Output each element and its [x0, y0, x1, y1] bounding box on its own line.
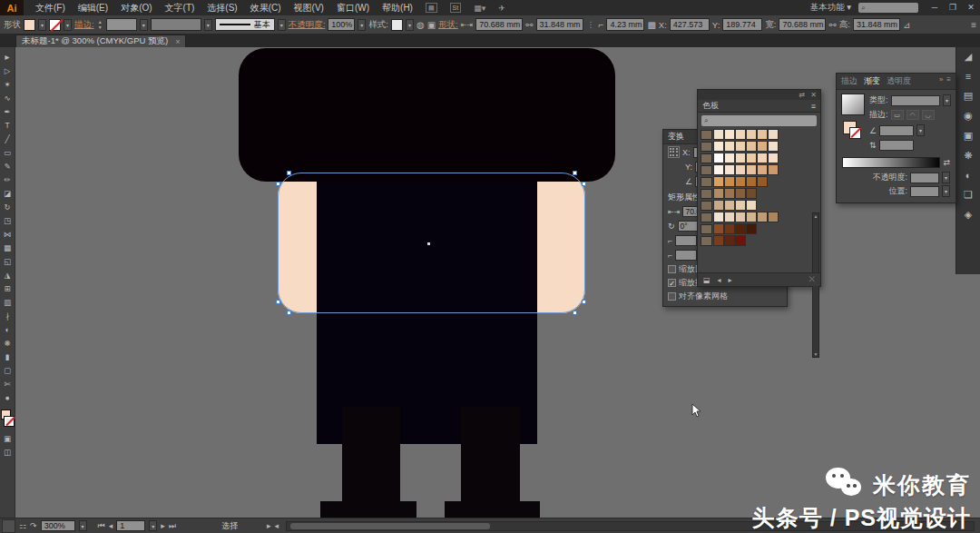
stroke-proxy-swatch[interactable]: [5, 417, 14, 426]
selection-tool-icon[interactable]: ►: [1, 50, 15, 64]
checkbox[interactable]: ✓: [668, 279, 676, 287]
color-swatch[interactable]: [757, 176, 768, 187]
line-segment-tool-icon[interactable]: ╱: [1, 132, 15, 145]
screen-mode-icon[interactable]: ◫: [1, 445, 15, 459]
color-swatch[interactable]: [713, 188, 724, 199]
color-group-folder-icon[interactable]: [701, 212, 712, 222]
lasso-tool-icon[interactable]: ∿: [1, 91, 15, 104]
panel-menu-icon[interactable]: ≡: [811, 102, 816, 111]
color-group-folder-icon[interactable]: [701, 236, 712, 246]
color-swatch[interactable]: [757, 153, 768, 163]
close-button[interactable]: ✕: [962, 0, 980, 15]
zoom-dropdown[interactable]: ▾: [79, 520, 87, 531]
artboard-number-field[interactable]: 1: [116, 520, 145, 531]
share-icon[interactable]: ✈: [498, 4, 505, 13]
color-group-folder-icon[interactable]: [701, 177, 712, 187]
menu-select[interactable]: 选择(S): [201, 0, 243, 15]
document-tab[interactable]: 未标题-1* @ 300% (CMYK/GPU 预览) ×: [15, 35, 186, 47]
fill-stroke-proxy[interactable]: [843, 121, 863, 141]
anchor-point[interactable]: [287, 171, 291, 175]
stock-icon[interactable]: St: [450, 3, 462, 13]
reverse-gradient-icon[interactable]: ⇄: [943, 158, 950, 167]
gradient-position-field[interactable]: [910, 186, 939, 197]
fill-stroke-proxy[interactable]: [1, 410, 15, 431]
opacity-field[interactable]: 100%: [328, 18, 355, 31]
gradient-tool-icon[interactable]: ▥: [1, 295, 15, 309]
chevron-down-icon[interactable]: ▾: [916, 124, 925, 136]
color-swatch[interactable]: [724, 176, 735, 187]
character-left-foot-shape[interactable]: [320, 501, 416, 518]
workspace-switcher[interactable]: 基本功能 ▾: [810, 2, 851, 14]
color-swatch[interactable]: [768, 164, 779, 175]
character-right-foot-shape[interactable]: [445, 501, 540, 518]
shape-builder-tool-icon[interactable]: ◱: [1, 254, 15, 268]
color-swatch[interactable]: [735, 129, 746, 140]
menu-object[interactable]: 对象(O): [114, 0, 158, 15]
panel-menu-icon[interactable]: ≡: [965, 71, 971, 82]
tab-swatches[interactable]: 色板: [702, 100, 719, 112]
color-swatch[interactable]: [713, 212, 724, 222]
opacity-dropdown[interactable]: ▾: [358, 19, 366, 31]
tab-transform[interactable]: 变换: [668, 131, 684, 143]
color-swatch[interactable]: [768, 212, 779, 222]
brush-dropdown[interactable]: ▾: [204, 19, 212, 31]
rotate-tool-icon[interactable]: ↻: [1, 200, 15, 213]
corner-radius-field-1[interactable]: [675, 235, 697, 246]
prev-swatch-icon[interactable]: ◂: [718, 276, 721, 284]
minimize-button[interactable]: ─: [926, 0, 944, 15]
gradient-panel-icon[interactable]: ▤: [964, 90, 973, 102]
color-swatch[interactable]: [713, 129, 724, 140]
close-panel-icon[interactable]: ✕: [810, 91, 817, 99]
shape-properties-label[interactable]: 形状:: [438, 19, 458, 31]
bridge-icon[interactable]: ▤: [426, 3, 437, 13]
anchor-point[interactable]: [573, 171, 577, 175]
character-right-leg-shape[interactable]: [461, 407, 520, 501]
color-swatch[interactable]: [768, 129, 779, 140]
color-swatch[interactable]: [713, 200, 724, 211]
color-swatch[interactable]: [735, 235, 746, 246]
color-swatch[interactable]: [724, 235, 735, 246]
appearance-panel-icon[interactable]: ❋: [964, 150, 972, 162]
color-swatch[interactable]: [746, 141, 757, 152]
scale-tool-icon[interactable]: ◳: [1, 213, 15, 227]
color-swatch[interactable]: [735, 176, 746, 187]
character-hair-shape[interactable]: [239, 48, 615, 182]
color-swatch[interactable]: [746, 212, 757, 222]
hand-tool-icon[interactable]: ●: [1, 390, 15, 404]
color-group-folder-icon[interactable]: [701, 142, 712, 152]
delete-swatch-icon[interactable]: ⤬: [809, 275, 815, 284]
anchor-point[interactable]: [276, 182, 280, 186]
stroke-proxy-swatch[interactable]: [849, 127, 861, 139]
style-swatch[interactable]: [391, 19, 403, 31]
color-group-folder-icon[interactable]: [701, 130, 712, 140]
next-artboard-icon[interactable]: ▸: [161, 521, 165, 530]
x-field[interactable]: 427.573: [670, 18, 710, 31]
color-swatch[interactable]: [757, 212, 768, 222]
gradient-slider[interactable]: [842, 157, 940, 168]
gradient-opacity-field[interactable]: [910, 173, 939, 183]
gradient-type-dropdown[interactable]: [891, 95, 940, 106]
stroke-gradient-across-icon[interactable]: ◡: [922, 110, 935, 120]
collapse-panel-icon[interactable]: ⇄: [799, 91, 806, 99]
anchor-point[interactable]: [573, 311, 577, 315]
color-swatch[interactable]: [724, 141, 735, 152]
color-swatch[interactable]: [724, 153, 735, 163]
color-swatch[interactable]: [746, 153, 757, 163]
color-swatch[interactable]: [746, 164, 757, 175]
menu-effect[interactable]: 效果(C): [244, 0, 288, 15]
menu-edit[interactable]: 编辑(E): [72, 0, 114, 15]
anchor-point[interactable]: [582, 300, 586, 304]
menu-type[interactable]: 文字(T): [159, 0, 201, 15]
color-swatch[interactable]: [746, 223, 757, 234]
eraser-tool-icon[interactable]: ◪: [1, 186, 15, 200]
color-group-folder-icon[interactable]: [701, 165, 712, 175]
color-swatch[interactable]: [735, 200, 746, 211]
shape-height-field[interactable]: 31.848 mm: [536, 18, 583, 31]
color-swatch[interactable]: [746, 200, 757, 211]
style-dropdown[interactable]: ▾: [406, 19, 414, 31]
color-swatch[interactable]: [746, 188, 757, 199]
tab-transparency[interactable]: 透明度: [887, 75, 911, 87]
tab-stroke[interactable]: 描边: [841, 75, 858, 87]
color-swatch[interactable]: [757, 141, 768, 152]
app-logo[interactable]: Ai: [0, 0, 24, 15]
